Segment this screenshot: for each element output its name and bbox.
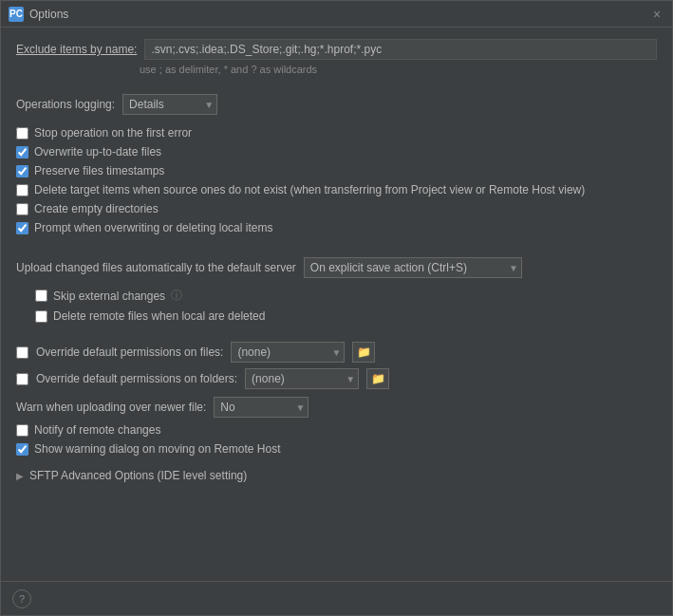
permissions-folders-label[interactable]: Override default permissions on folders: xyxy=(36,372,237,385)
permissions-folders-select[interactable]: (none) xyxy=(245,368,359,389)
create-empty-dirs-checkbox[interactable] xyxy=(16,203,28,215)
permissions-folders-browse-button[interactable]: 📁 xyxy=(366,368,389,389)
upload-changed-row: Upload changed files automatically to th… xyxy=(16,257,657,278)
permissions-files-browse-button[interactable]: 📁 xyxy=(352,342,375,363)
stop-on-error-label[interactable]: Stop operation on the first error xyxy=(34,126,192,140)
permissions-files-row: Override default permissions on files: (… xyxy=(16,342,657,363)
options-dialog: PC Options × Exclude items by name: use … xyxy=(0,0,673,616)
warn-uploading-select-wrapper: No Yes ▼ xyxy=(214,397,308,418)
permissions-files-label[interactable]: Override default permissions on files: xyxy=(36,345,223,359)
help-icon: ? xyxy=(19,593,25,605)
delete-target-label[interactable]: Delete target items when source ones do … xyxy=(34,183,585,196)
permissions-files-select-wrapper: (none) ▼ xyxy=(231,342,345,363)
notify-remote-checkbox[interactable] xyxy=(16,424,28,437)
upload-changed-select[interactable]: On explicit save action (Ctrl+S) Always … xyxy=(304,257,522,278)
stop-on-error-row: Stop operation on the first error xyxy=(16,126,657,140)
permissions-folders-checkbox[interactable] xyxy=(16,373,28,385)
title-bar: PC Options × xyxy=(1,1,672,28)
help-button[interactable]: ? xyxy=(12,589,31,608)
operations-logging-select-wrapper: Details Info Disabled ▼ xyxy=(122,94,217,115)
sftp-advanced-row[interactable]: ▶ SFTP Advanced Options (IDE level setti… xyxy=(16,469,657,482)
permissions-folders-select-wrapper: (none) ▼ xyxy=(245,368,359,389)
upload-changed-label: Upload changed files automatically to th… xyxy=(16,261,296,274)
skip-external-label[interactable]: Skip external changes xyxy=(53,289,165,303)
exclude-items-row: Exclude items by name: xyxy=(16,39,657,60)
warn-uploading-select[interactable]: No Yes xyxy=(214,397,308,418)
operations-logging-select[interactable]: Details Info Disabled xyxy=(122,94,217,115)
permissions-files-select[interactable]: (none) xyxy=(231,342,345,363)
notify-remote-label[interactable]: Notify of remote changes xyxy=(34,423,160,437)
preserve-timestamps-label[interactable]: Preserve files timestamps xyxy=(34,164,164,177)
notify-remote-row: Notify of remote changes xyxy=(16,423,657,437)
show-warning-dialog-checkbox[interactable] xyxy=(16,443,28,456)
dialog-title: Options xyxy=(29,8,68,21)
dialog-content: Exclude items by name: use ; as delimite… xyxy=(1,28,672,581)
preserve-timestamps-row: Preserve files timestamps xyxy=(16,164,657,177)
prompt-overwriting-checkbox[interactable] xyxy=(16,222,28,234)
permissions-files-checkbox[interactable] xyxy=(16,346,28,359)
preserve-timestamps-checkbox[interactable] xyxy=(16,165,28,177)
create-empty-dirs-label[interactable]: Create empty directories xyxy=(34,202,159,215)
delete-target-row: Delete target items when source ones do … xyxy=(16,183,657,196)
overwrite-uptodate-label[interactable]: Overwrite up-to-date files xyxy=(34,145,161,159)
operations-logging-label: Operations logging: xyxy=(16,98,115,111)
prompt-overwriting-row: Prompt when overwriting or deleting loca… xyxy=(16,221,657,234)
delete-remote-label[interactable]: Delete remote files when local are delet… xyxy=(53,309,265,323)
prompt-overwriting-label[interactable]: Prompt when overwriting or deleting loca… xyxy=(34,221,272,234)
app-icon: PC xyxy=(9,7,24,22)
overwrite-uptodate-checkbox[interactable] xyxy=(16,146,28,159)
exclude-items-label: Exclude items by name: xyxy=(16,43,137,56)
permissions-folders-row: Override default permissions on folders:… xyxy=(16,368,657,389)
show-warning-dialog-label[interactable]: Show warning dialog on moving on Remote … xyxy=(34,442,280,456)
warn-uploading-row: Warn when uploading over newer file: No … xyxy=(16,397,657,418)
operations-logging-row: Operations logging: Details Info Disable… xyxy=(16,94,657,115)
overwrite-uptodate-row: Overwrite up-to-date files xyxy=(16,145,657,159)
warn-uploading-label: Warn when uploading over newer file: xyxy=(16,401,206,414)
exclude-items-input[interactable] xyxy=(144,39,657,60)
delete-remote-row: Delete remote files when local are delet… xyxy=(35,309,657,323)
skip-external-row: Skip external changes ⓘ xyxy=(35,288,657,304)
create-empty-dirs-row: Create empty directories xyxy=(16,202,657,215)
skip-external-help-icon[interactable]: ⓘ xyxy=(171,288,182,304)
upload-changed-select-wrapper: On explicit save action (Ctrl+S) Always … xyxy=(304,257,522,278)
bottom-bar: ? xyxy=(1,581,672,615)
show-warning-dialog-row: Show warning dialog on moving on Remote … xyxy=(16,442,657,456)
delete-target-checkbox[interactable] xyxy=(16,184,28,196)
sftp-expand-icon: ▶ xyxy=(16,471,24,481)
stop-on-error-checkbox[interactable] xyxy=(16,127,28,140)
exclude-items-hint: use ; as delimiter, * and ? as wildcards xyxy=(140,64,657,75)
sftp-advanced-label[interactable]: SFTP Advanced Options (IDE level setting… xyxy=(29,469,247,482)
delete-remote-checkbox[interactable] xyxy=(35,310,47,323)
skip-external-checkbox[interactable] xyxy=(35,289,47,302)
close-button[interactable]: × xyxy=(649,7,664,22)
